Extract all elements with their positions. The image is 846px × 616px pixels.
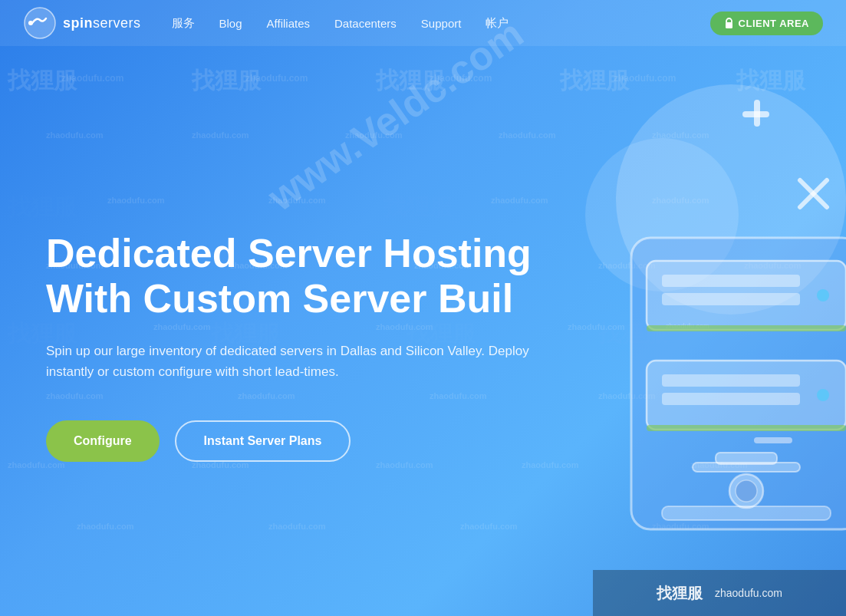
nav-link-affiliates[interactable]: Affiliates <box>267 17 310 30</box>
bottom-bar-url: zhaodufu.com <box>715 587 782 599</box>
svg-point-25 <box>28 21 33 25</box>
bottom-bar-chinese: 找狸服 <box>657 583 703 604</box>
svg-rect-26 <box>726 22 732 28</box>
nav-link-support[interactable]: Support <box>421 17 462 30</box>
hero-title: Dedicated Server Hosting With Custom Ser… <box>46 231 598 323</box>
logo-text: spinservers <box>63 15 141 31</box>
hero-subtitle: Spin up our large inventory of dedicated… <box>46 341 529 382</box>
client-area-label: CLIENT AREA <box>739 18 809 29</box>
nav-link-account[interactable]: 帐户 <box>486 16 509 31</box>
logo[interactable]: spinservers <box>23 6 141 40</box>
lock-icon <box>724 18 734 29</box>
navbar: spinservers 服务 Blog Affiliates Datacente… <box>0 0 846 46</box>
nav-links: 服务 Blog Affiliates Datacenters Support 帐… <box>172 16 710 31</box>
bottom-bar: 找狸服 zhaodufu.com <box>593 570 846 616</box>
instant-plans-button[interactable]: Instant Server Plans <box>175 420 351 462</box>
nav-link-blog[interactable]: Blog <box>219 17 242 30</box>
hero-section: 找狸服 zhaodufu.com 找狸服 zhaodufu.com 找狸服 zh… <box>0 0 846 616</box>
hero-content: Dedicated Server Hosting With Custom Ser… <box>0 0 846 616</box>
nav-link-services[interactable]: 服务 <box>172 16 195 31</box>
hero-buttons: Configure Instant Server Plans <box>46 420 800 462</box>
client-area-button[interactable]: CLIENT AREA <box>710 12 823 35</box>
configure-button[interactable]: Configure <box>46 420 160 462</box>
nav-link-datacenters[interactable]: Datacenters <box>334 17 397 30</box>
